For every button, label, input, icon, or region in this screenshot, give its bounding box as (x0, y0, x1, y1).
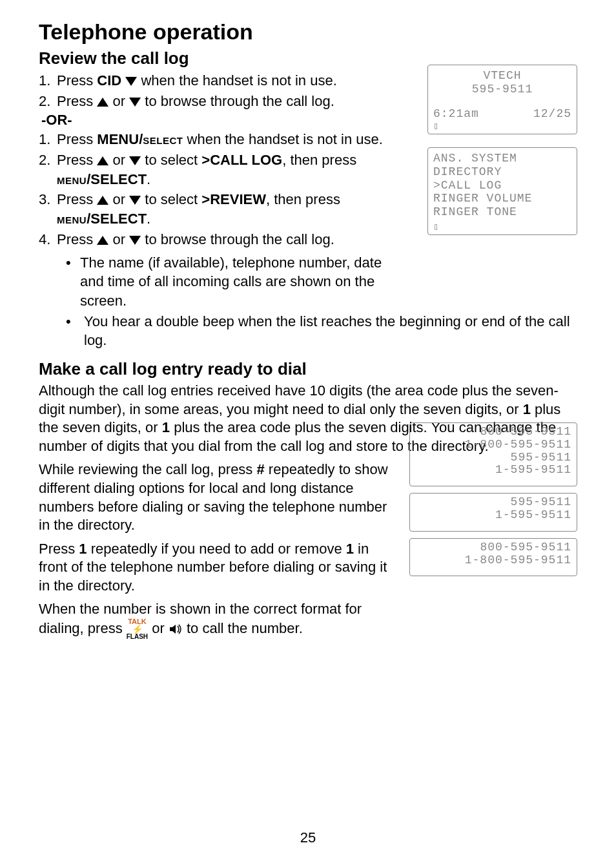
text: to browse through the call log. (141, 93, 334, 109)
text: Press (39, 541, 79, 557)
target-call-log: >CALL LOG (201, 152, 282, 168)
page-title: Telephone operation (39, 19, 577, 45)
dial-format-box-2: 595-9511 1-595-9511 (409, 493, 577, 532)
phone-number: 1-800-595-9511 (415, 554, 571, 567)
caller-name: VTECH (433, 69, 571, 83)
phone-number: 800-595-9511 (415, 541, 571, 554)
call-date: 12/25 (533, 107, 571, 121)
text: Press (57, 93, 97, 109)
text: or (108, 93, 129, 109)
text: or (108, 152, 129, 168)
phone-number: 1-595-9511 (415, 464, 571, 477)
text: . (147, 211, 150, 227)
down-arrow-icon (129, 196, 141, 205)
alt-step-3: 3. Press or to select >REVIEW, then pres… (39, 190, 404, 228)
phone-number: 1-595-9511 (415, 509, 571, 522)
text: or (108, 231, 129, 247)
text: , then press (266, 191, 340, 207)
phone-number: 595-9511 (415, 496, 571, 509)
procedure-list-2: 1. Press MENU/select when the handset is… (39, 130, 404, 310)
text: . (147, 171, 150, 187)
step-number: 2. (39, 92, 57, 111)
phone-number: 800-595-9511 (415, 426, 571, 439)
step-number: 1. (39, 130, 57, 149)
alt-step-1: 1. Press MENU/select when the handset is… (39, 130, 404, 149)
text: repeatedly if you need to add or remove (87, 541, 346, 557)
up-arrow-icon (97, 236, 108, 245)
lcd-menu: ANS. SYSTEM DIRECTORY >CALL LOG RINGER V… (427, 147, 577, 235)
notes-list: • The name (if available), telephone num… (66, 253, 404, 311)
talk-flash-icon: TALK⚡FLASH (127, 619, 148, 639)
text: to browse through the call log. (141, 231, 334, 247)
menu-item: DIRECTORY (433, 165, 571, 179)
text: when the handset is not in use. (137, 72, 336, 88)
step-number: 4. (39, 230, 57, 249)
digit-one: 1 (523, 401, 531, 417)
battery-icon: ▯ (433, 121, 571, 131)
note-2: • You hear a double beep when the list r… (66, 312, 577, 350)
paragraph-2: While reviewing the call log, press # re… (39, 461, 400, 534)
speaker-icon (169, 620, 183, 636)
step-number: 2. (39, 151, 57, 189)
up-arrow-icon (97, 156, 108, 165)
text: Press (57, 72, 97, 88)
alt-step-4: 4. Press or to browse through the call l… (39, 230, 404, 249)
caller-number: 595-9511 (433, 83, 571, 96)
text: to select (141, 152, 201, 168)
text: Press (57, 131, 97, 147)
text: when the handset is not in use. (183, 131, 382, 147)
lcd-call-log-entry: VTECH 595-9511 6:21am 12/25 ▯ (427, 65, 577, 134)
text: The name (if available), telephone numbe… (80, 253, 404, 311)
note-1: • The name (if available), telephone num… (66, 253, 404, 311)
key-one: 1 (79, 541, 87, 557)
battery-icon: ▯ (433, 222, 571, 232)
procedure-list-1: 1. Press CID when the handset is not in … (39, 71, 404, 110)
menu-item: ANS. SYSTEM (433, 152, 571, 165)
text: or (148, 620, 169, 636)
text: to call the number. (183, 620, 303, 636)
dial-format-box-1: 800-595-9511 1-800-595-9511 595-9511 1-5… (409, 422, 577, 486)
step-number: 1. (39, 71, 57, 90)
key-menu: MENU/select (97, 131, 183, 147)
text: , then press (282, 152, 356, 168)
call-time: 6:21am (433, 107, 479, 121)
step-1: 1. Press CID when the handset is not in … (39, 71, 404, 90)
menu-item: RINGER TONE (433, 205, 571, 219)
paragraph-3: Press 1 repeatedly if you need to add or… (39, 540, 400, 596)
digit-one: 1 (162, 419, 170, 435)
down-arrow-icon (125, 77, 137, 86)
dial-format-box-3: 800-595-9511 1-800-595-9511 (409, 538, 577, 577)
notes-list-wide: • You hear a double beep when the list r… (66, 312, 577, 350)
bullet-icon: • (66, 312, 84, 350)
target-review: >REVIEW (201, 191, 266, 207)
text: Press (57, 152, 97, 168)
key-menu-select: menu/SELECT (57, 171, 147, 187)
up-arrow-icon (97, 196, 108, 205)
key-hash: # (256, 461, 264, 477)
down-arrow-icon (129, 156, 141, 165)
menu-item: RINGER VOLUME (433, 192, 571, 205)
text: You hear a double beep when the list rea… (84, 312, 577, 350)
text: or (108, 191, 129, 207)
bullet-icon: • (66, 253, 80, 311)
step-number: 3. (39, 190, 57, 228)
down-arrow-icon (129, 98, 141, 107)
key-one: 1 (346, 541, 354, 557)
page-number: 25 (0, 829, 616, 846)
step-2: 2. Press or to browse through the call l… (39, 92, 404, 111)
up-arrow-icon (97, 98, 108, 107)
text: Press (57, 231, 97, 247)
down-arrow-icon (129, 236, 141, 245)
key-menu-select: menu/SELECT (57, 211, 147, 227)
text: While reviewing the call log, press (39, 461, 256, 477)
text: to select (141, 191, 201, 207)
phone-number: 595-9511 (415, 452, 571, 464)
key-cid: CID (97, 72, 125, 88)
lcd-examples: VTECH 595-9511 6:21am 12/25 ▯ ANS. SYSTE… (427, 65, 577, 248)
dial-format-examples: 800-595-9511 1-800-595-9511 595-9511 1-5… (409, 422, 577, 583)
alt-step-2: 2. Press or to select >CALL LOG, then pr… (39, 151, 404, 189)
section-heading-2: Make a call log entry ready to dial (39, 359, 577, 379)
phone-number: 1-800-595-9511 (415, 439, 571, 452)
menu-item-selected: >CALL LOG (433, 179, 571, 192)
paragraph-4: When the number is shown in the correct … (39, 600, 400, 639)
